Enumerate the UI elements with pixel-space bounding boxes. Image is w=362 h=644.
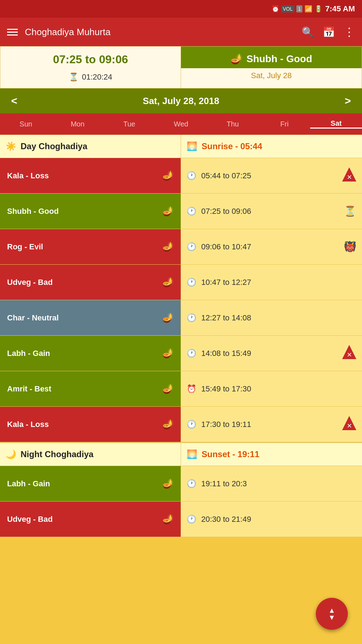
navigation-bar: < Sat, July 28, 2018 >: [0, 88, 362, 113]
diya-icon-5: 🪔: [162, 348, 174, 359]
chog-label-char[interactable]: Char - Neutral 🪔: [0, 300, 181, 335]
app-header: Choghadiya Muhurta 🔍 📅 ⋮: [0, 18, 362, 46]
chog-time-3: 🕐 10:47 to 12:27: [181, 265, 362, 300]
clock-icon-2: 🕐: [187, 242, 196, 251]
chog-row-7: Kala - Loss 🪔 🕐 17:30 to 19:11 ✕: [0, 407, 362, 442]
sunset-label: 🌅 Sunset - 19:11: [181, 443, 362, 466]
night-choghadiya-header: 🌙 Night Choghadiya 🌅 Sunset - 19:11: [0, 442, 362, 466]
chog-row-2: Rog - Evil 🪔 🕐 09:06 to 10:47 👹: [0, 229, 362, 265]
header-title: Choghadiya Muhurta: [25, 27, 295, 38]
moon-icon: 🌙: [6, 449, 16, 459]
status-icon-5: ✕: [342, 345, 356, 362]
chog-row-1: Shubh - Good 🪔 🕐 07:25 to 09:06 ⏳: [0, 194, 362, 229]
status-bar: ⏰ VOL 1 📶 🔋 7:45 AM: [0, 0, 362, 18]
clock-icon-4: 🕐: [187, 313, 196, 323]
chog-row-5: Labh - Gain 🪔 🕐 14:08 to 15:49 ✕: [0, 336, 362, 371]
chog-label-labh-night[interactable]: Labh - Gain 🪔: [0, 466, 181, 501]
diya-icon-night-0: 🪔: [162, 478, 174, 489]
diya-icon-night-1: 🪔: [162, 514, 174, 525]
chog-time-night-0: 🕐 19:11 to 20:3: [181, 466, 362, 501]
day-tue[interactable]: Tue: [103, 120, 155, 128]
chog-label-kala-2[interactable]: Kala - Loss 🪔: [0, 407, 181, 442]
fab-down-arrow: ▼: [328, 614, 335, 621]
sunrise-label: 🌅 Sunrise - 05:44: [181, 135, 362, 158]
fab-up-arrow: ▲: [328, 607, 335, 614]
day-sat[interactable]: Sat: [310, 119, 362, 129]
sunset-icon: 🌅: [187, 449, 197, 459]
prev-arrow[interactable]: <: [0, 88, 28, 113]
chog-label-shubh[interactable]: Shubh - Good 🪔: [0, 194, 181, 229]
chog-time-6: ⏰ 15:49 to 17:30: [181, 371, 362, 406]
night-chog-row-1: Udveg - Bad 🪔 🕐 20:30 to 21:49: [0, 502, 362, 537]
status-icon-1: ⏳: [344, 205, 356, 217]
clock-icon-5: 🕐: [187, 349, 196, 358]
day-wed[interactable]: Wed: [155, 120, 207, 128]
muhurta-label: Shubh - Good: [246, 53, 312, 65]
menu-button[interactable]: [7, 29, 18, 36]
chog-label-amrit[interactable]: Amrit - Best 🪔: [0, 371, 181, 406]
chog-time-2: 🕐 09:06 to 10:47 👹: [181, 229, 362, 264]
chog-label-labh-1[interactable]: Labh - Gain 🪔: [0, 336, 181, 371]
svg-text:✕: ✕: [347, 174, 352, 181]
alarm-icon: ⏰: [272, 5, 279, 13]
nav-title: Sat, July 28, 2018: [28, 96, 334, 107]
status-time: 7:45 AM: [325, 4, 355, 13]
chog-label-rog[interactable]: Rog - Evil 🪔: [0, 229, 181, 264]
status-icon-2: 👹: [344, 241, 356, 253]
chog-time-night-1: 🕐 20:30 to 21:49: [181, 502, 362, 537]
clock-icon-night-0: 🕐: [187, 479, 196, 488]
alarm-clock-icon: ⏰: [187, 384, 196, 394]
chog-label-kala-1[interactable]: Kala - Loss 🪔: [0, 158, 181, 193]
diya-icon-4: 🪔: [162, 312, 174, 323]
sim-icon: 1: [296, 5, 303, 12]
night-chog-row-0: Labh - Gain 🪔 🕐 19:11 to 20:3: [0, 466, 362, 502]
svg-text:✕: ✕: [347, 422, 352, 429]
vol-icon: VOL: [281, 5, 294, 12]
chog-row-3: Udveg - Bad 🪔 🕐 10:47 to 12:27: [0, 265, 362, 300]
day-fri[interactable]: Fri: [259, 120, 311, 128]
calendar-icon[interactable]: 📅: [323, 26, 335, 38]
chog-label-udveg-night[interactable]: Udveg - Bad 🪔: [0, 502, 181, 537]
diya-icon-current: 🪔: [230, 53, 243, 65]
chog-time-1: 🕐 07:25 to 09:06 ⏳: [181, 194, 362, 229]
current-widget: 07:25 to 09:06 ⏳ 01:20:24 🪔 Shubh - Good…: [0, 46, 362, 88]
diya-icon-7: 🪔: [162, 419, 174, 430]
status-icons: ⏰ VOL 1 📶 🔋: [272, 5, 323, 13]
battery-icon: 🔋: [314, 5, 322, 13]
diya-icon-1: 🪔: [162, 206, 174, 217]
current-muhurta: 🪔 Shubh - Good: [181, 47, 362, 68]
search-icon[interactable]: 🔍: [302, 26, 314, 38]
night-choghadiya-label: 🌙 Night Choghadiya: [0, 443, 181, 466]
current-widget-left: 07:25 to 09:06 ⏳ 01:20:24: [0, 47, 181, 88]
day-mon[interactable]: Mon: [52, 120, 104, 128]
day-thu[interactable]: Thu: [207, 120, 259, 128]
clock-icon-0: 🕐: [187, 171, 196, 180]
chog-row-4: Char - Neutral 🪔 🕐 12:27 to 14:08: [0, 300, 362, 336]
fab-scroll-button[interactable]: ▲ ▼: [316, 598, 348, 630]
current-widget-right: 🪔 Shubh - Good Sat, July 28: [181, 47, 362, 88]
diya-icon-0: 🪔: [162, 170, 174, 181]
clock-icon-3: 🕐: [187, 278, 196, 287]
more-icon[interactable]: ⋮: [344, 25, 355, 39]
chog-row-0: Kala - Loss 🪔 🕐 05:44 to 07:25 ✕: [0, 158, 362, 194]
diya-icon-2: 🪔: [162, 241, 174, 252]
chog-row-6: Amrit - Best 🪔 ⏰ 15:49 to 17:30: [0, 371, 362, 407]
day-choghadiya-label: ☀️ Day Choghadiya: [0, 135, 181, 158]
clock-icon-night-1: 🕐: [187, 515, 196, 524]
signal-icon: 📶: [305, 5, 312, 13]
chog-label-udveg-1[interactable]: Udveg - Bad 🪔: [0, 265, 181, 300]
sun-icon: ☀️: [6, 141, 16, 151]
timer-value: 01:20:24: [82, 72, 113, 82]
day-sun[interactable]: Sun: [0, 120, 52, 128]
days-row: Sun Mon Tue Wed Thu Fri Sat: [0, 113, 362, 135]
svg-text:✕: ✕: [347, 351, 352, 358]
current-timer: ⏳ 01:20:24: [0, 70, 181, 88]
diya-icon-3: 🪔: [162, 277, 174, 288]
hourglass-icon: ⏳: [69, 72, 78, 82]
chog-time-4: 🕐 12:27 to 14:08: [181, 300, 362, 335]
sunrise-icon: 🌅: [187, 141, 197, 151]
next-arrow[interactable]: >: [334, 88, 362, 113]
header-actions: 🔍 📅 ⋮: [302, 25, 355, 39]
chog-time-0: 🕐 05:44 to 07:25 ✕: [181, 158, 362, 193]
day-choghadiya-header: ☀️ Day Choghadiya 🌅 Sunrise - 05:44: [0, 135, 362, 158]
